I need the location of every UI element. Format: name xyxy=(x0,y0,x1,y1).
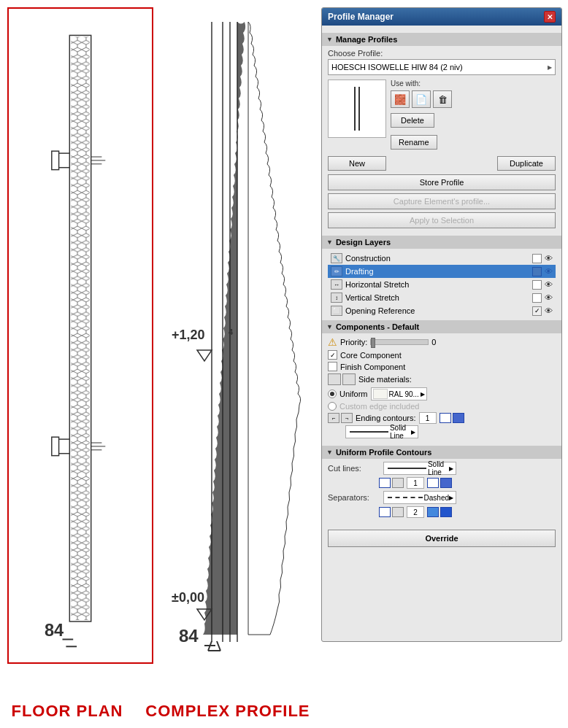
svg-text:±0,00: ±0,00 xyxy=(172,590,204,605)
uniform-profile-contours-section: Cut lines: Solid Line ▶ xyxy=(328,462,556,522)
sep-end-swatches xyxy=(427,507,452,517)
duplicate-button[interactable]: Duplicate xyxy=(497,156,556,171)
sep-end-swatch-blue-2 xyxy=(440,507,452,517)
svg-rect-2 xyxy=(71,36,89,620)
floor-plan-label: FLOOR PLAN xyxy=(11,702,123,721)
store-profile-button[interactable]: Store Profile xyxy=(328,174,556,190)
floor-plan-number: 84 xyxy=(45,621,64,640)
separators-dropdown[interactable]: Dashed ▶ xyxy=(383,491,456,504)
components-section: ⚠ Priority: 0 ✓ Core Component Finish Co… xyxy=(328,336,556,443)
side-mat-icons xyxy=(328,373,356,385)
new-button[interactable]: New xyxy=(328,156,386,171)
priority-slider-thumb xyxy=(371,338,375,348)
finish-component-row: Finish Component xyxy=(328,362,556,371)
layer-construction-icon: 🔧 xyxy=(331,253,342,263)
priority-slider[interactable] xyxy=(370,339,429,345)
new-duplicate-row: New Duplicate xyxy=(328,156,556,171)
layer-vertical-stretch[interactable]: ↕ Vertical Stretch 👁 xyxy=(328,291,556,304)
ending-contours-input[interactable] xyxy=(419,412,437,424)
morph-icon-btn[interactable]: 🗑 xyxy=(433,90,452,108)
sep-swatch-white xyxy=(379,507,391,517)
core-component-checkbox[interactable]: ✓ xyxy=(328,350,337,360)
side-materials-row: Side materials: xyxy=(328,373,556,385)
layer-drafting-eye[interactable]: 👁 xyxy=(545,267,553,276)
layer-vertical-stretch-checkbox[interactable] xyxy=(532,293,542,303)
separators-value-input[interactable] xyxy=(407,506,424,518)
cut-line-preview xyxy=(388,468,426,469)
cut-icon xyxy=(392,478,404,488)
use-with-section: Use with: 🧱 📄 🗑 Delete Rename xyxy=(391,80,452,152)
delete-button[interactable]: Delete xyxy=(391,113,434,128)
custom-edge-radio[interactable] xyxy=(328,402,337,411)
cut-lines-sub-row xyxy=(379,477,556,489)
cut-end-swatch-white xyxy=(427,478,439,488)
cut-lines-row: Cut lines: Solid Line ▶ xyxy=(328,462,556,475)
ral-color-box xyxy=(373,389,388,399)
layer-horizontal-stretch[interactable]: ↔ Horizontal Stretch 👁 xyxy=(328,278,556,291)
profile-manager-titlebar: Profile Manager ✕ xyxy=(322,8,561,26)
layer-horizontal-stretch-checkbox[interactable] xyxy=(532,280,542,290)
priority-icon: ⚠ xyxy=(328,336,337,348)
close-button[interactable]: ✕ xyxy=(544,11,556,23)
profile-manager-title: Profile Manager xyxy=(328,12,394,22)
cut-lines-dropdown[interactable]: Solid Line ▶ xyxy=(383,462,456,475)
bottom-labels: FLOOR PLAN COMPLEX PROFILE xyxy=(0,702,321,721)
svg-text:84: 84 xyxy=(179,626,199,646)
layer-drafting-checkbox[interactable] xyxy=(532,267,542,276)
svg-text:+1,20: +1,20 xyxy=(172,328,205,342)
rename-row: Rename xyxy=(391,135,437,150)
ending-swatch-blue xyxy=(453,413,464,423)
layer-opening-reference-checkbox[interactable]: ✓ xyxy=(532,306,542,316)
separators-dropdown-arrow: ▶ xyxy=(449,495,453,501)
uniform-radio[interactable] xyxy=(328,390,337,398)
separators-sub-row xyxy=(379,506,556,518)
layer-construction[interactable]: 🔧 Construction 👁 xyxy=(328,252,556,265)
separator-line-preview xyxy=(388,497,423,498)
use-with-icons: 🧱 📄 🗑 xyxy=(391,90,452,108)
layer-horizontal-stretch-icon: ↔ xyxy=(331,279,342,290)
core-component-row: ✓ Core Component xyxy=(328,350,556,360)
layer-opening-reference[interactable]: ⬜ Opening Reference ✓ 👁 xyxy=(328,304,556,317)
layer-drafting-icon: ✏ xyxy=(331,266,342,276)
layer-drafting[interactable]: ✏ Drafting 👁 xyxy=(328,265,556,278)
complex-profile-drawing: +1,20 4 ±0,00 84 xyxy=(168,7,307,664)
element-icon-btn[interactable]: 📄 xyxy=(412,90,431,108)
svg-rect-6 xyxy=(52,151,59,169)
manage-profiles-section: Choose Profile: HOESCH ISOWELLE HIW 84 (… xyxy=(328,49,556,233)
side-mat-icon-1 xyxy=(328,373,341,385)
components-header: ▼ Components - Default xyxy=(322,320,561,333)
layer-vertical-stretch-eye[interactable]: 👁 xyxy=(545,293,553,302)
profile-dropdown[interactable]: HOESCH ISOWELLE HIW 84 (2 niv) ▶ xyxy=(328,59,556,75)
floor-plan-panel: 84 xyxy=(7,7,153,664)
preview-line-2 xyxy=(358,87,360,131)
layer-opening-reference-icon: ⬜ xyxy=(331,306,342,316)
comp-collapse-triangle: ▼ xyxy=(326,323,333,330)
sep-icon xyxy=(392,507,404,517)
svg-rect-10 xyxy=(52,437,59,455)
ending-contours-row: ⌐ ¬ Ending contours: xyxy=(328,412,556,424)
ral-dropdown[interactable]: RAL 90... ▶ xyxy=(371,387,427,400)
ending-icons: ⌐ ¬ xyxy=(328,413,353,423)
rename-button[interactable]: Rename xyxy=(391,135,437,150)
layer-horizontal-stretch-eye[interactable]: 👁 xyxy=(545,280,553,289)
svg-text:4: 4 xyxy=(229,328,234,336)
solid-line-dropdown[interactable]: Solid Line ▶ xyxy=(345,425,418,438)
cut-end-swatch-blue xyxy=(440,478,452,488)
ending-icon-2: ¬ xyxy=(341,413,353,423)
layer-opening-reference-eye[interactable]: 👁 xyxy=(545,306,553,315)
choose-profile-label: Choose Profile: xyxy=(328,49,556,58)
cut-lines-value-input[interactable] xyxy=(407,477,424,489)
cut-swatch-white xyxy=(379,478,391,488)
layer-construction-eye[interactable]: 👁 xyxy=(545,254,553,263)
ending-contour-swatch-row xyxy=(440,413,464,423)
solid-dropdown-arrow: ▶ xyxy=(411,429,415,435)
cut-line-end-swatches xyxy=(427,478,452,488)
delete-rename-row: Delete xyxy=(391,113,434,128)
override-button[interactable]: Override xyxy=(328,530,556,547)
floor-plan-drawing: 84 xyxy=(9,9,152,662)
ending-swatch-white xyxy=(440,413,451,423)
wall-icon-btn[interactable]: 🧱 xyxy=(391,90,410,108)
finish-component-checkbox[interactable] xyxy=(328,362,337,371)
layer-construction-checkbox[interactable] xyxy=(532,254,542,263)
sep-end-swatch-blue-1 xyxy=(427,507,439,517)
